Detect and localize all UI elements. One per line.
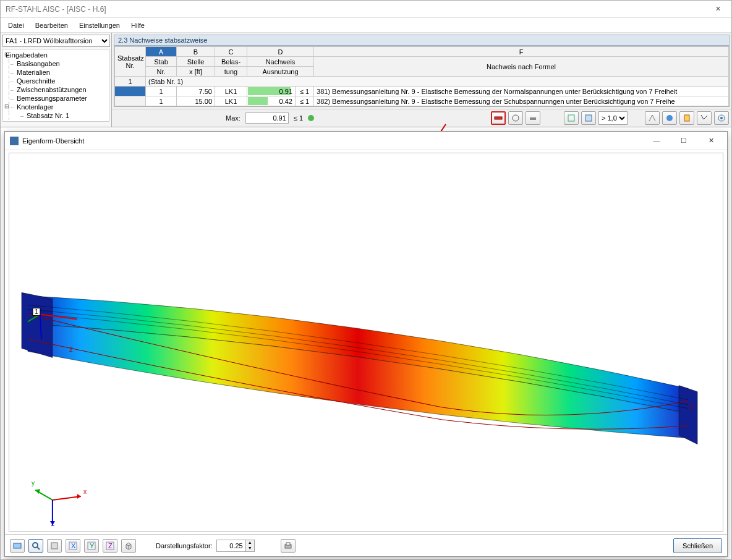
col-letter-f[interactable]: F xyxy=(314,47,729,57)
magnifier-icon xyxy=(32,541,40,550)
col-x[interactable]: x [ft] xyxy=(177,67,215,77)
axis-y-label: y xyxy=(32,480,35,486)
viewport-3d[interactable]: 1 2 2 x y z xyxy=(9,153,723,532)
tool-button-6[interactable] xyxy=(662,111,677,125)
tree-item-knotenlager[interactable]: Knotenlager xyxy=(3,103,109,111)
table-row[interactable]: 1 7.50 LK1 0.91 ≤ 1 381) Bemessungsanlei… xyxy=(115,87,729,96)
view-y-button[interactable]: Y xyxy=(84,539,99,553)
tree-item-materialien[interactable]: Materialien xyxy=(3,68,109,77)
load-case-select[interactable]: FA1 - LRFD Wölbkrafttorsion xyxy=(2,35,110,47)
printer-icon xyxy=(284,541,292,550)
svg-text:2: 2 xyxy=(69,346,73,353)
col-formel[interactable]: Nachweis nach Formel xyxy=(314,57,729,77)
menu-edit[interactable]: Bearbeiten xyxy=(30,20,73,30)
tool-button-3[interactable] xyxy=(564,111,579,125)
svg-line-25 xyxy=(37,547,40,549)
svg-rect-2 xyxy=(530,117,536,120)
menubar: Datei Bearbeiten Einstellungen Hilfe xyxy=(1,18,731,33)
close-icon[interactable]: ✕ xyxy=(704,1,731,18)
section-header: 2.3 Nachweise stabsatzweise xyxy=(114,35,730,46)
svg-rect-26 xyxy=(51,543,57,549)
dialog-title: Eigenform-Übersicht xyxy=(22,137,84,145)
table-row[interactable]: 1 15.00 LK1 0.42 ≤ 1 382) Bemessungsanle… xyxy=(115,96,729,106)
dialog-footer: X Y Z Darstellungsfaktor: ▲▼ Schließen xyxy=(5,534,727,556)
max-value-input[interactable] xyxy=(245,112,289,124)
axis-z-label: z xyxy=(51,520,54,527)
tree-item-basisangaben[interactable]: Basisangaben xyxy=(3,59,109,68)
beam-icon xyxy=(494,114,503,122)
tree-root[interactable]: Eingabedaten xyxy=(3,51,109,59)
menu-file[interactable]: Datei xyxy=(3,20,29,30)
tree-item-stabsatz1[interactable]: Stabsatz Nr. 1 xyxy=(3,111,109,120)
col-letter-c[interactable]: C xyxy=(215,47,247,57)
svg-point-5 xyxy=(666,115,673,121)
col-stab[interactable]: Stab xyxy=(146,57,177,67)
tool-button-8[interactable] xyxy=(697,111,712,125)
tool-button-5[interactable] xyxy=(645,111,660,125)
col-letter-d[interactable]: D xyxy=(247,47,314,57)
svg-rect-23 xyxy=(14,543,21,548)
factor-label: Darstellungsfaktor: xyxy=(156,542,213,549)
minimize-icon[interactable]: — xyxy=(643,132,670,150)
svg-rect-6 xyxy=(684,115,689,121)
tree-item-zwischenabstuetzungen[interactable]: Zwischenabstützungen xyxy=(3,85,109,94)
view-z-button[interactable]: Z xyxy=(103,539,117,553)
tool-button-4[interactable] xyxy=(581,111,596,125)
max-compare: ≤ 1 xyxy=(291,114,305,122)
col-letter-a[interactable]: A xyxy=(146,47,177,57)
status-ok-icon xyxy=(308,115,314,121)
col-belas[interactable]: Belas- xyxy=(215,57,247,67)
ratio-filter-select[interactable]: > 1,0 xyxy=(598,111,628,125)
tree-item-bemessungsparameter[interactable]: Bemessungsparameter xyxy=(3,94,109,103)
tool-button-7[interactable] xyxy=(679,111,694,125)
close-icon[interactable]: ✕ xyxy=(697,132,725,150)
col-stabsatz-nr[interactable]: StabsatzNr. xyxy=(115,47,146,77)
close-button[interactable]: Schließen xyxy=(673,538,722,553)
max-label: Max: xyxy=(226,114,240,122)
content-top: FA1 - LRFD Wölbkrafttorsion Eingabedaten… xyxy=(1,33,731,127)
mode-shape-button[interactable] xyxy=(491,111,506,125)
spin-up[interactable]: ▲ xyxy=(245,540,254,546)
col-ausnutzung[interactable]: Ausnutzung xyxy=(247,67,314,77)
factor-input[interactable] xyxy=(217,540,245,551)
grid: StabsatzNr. A B C D F Stab Stelle Belas-… xyxy=(114,46,730,107)
col-stelle[interactable]: Stelle xyxy=(177,57,215,67)
col-tung[interactable]: tung xyxy=(215,67,247,77)
col-letter-b[interactable]: B xyxy=(177,47,215,57)
svg-rect-4 xyxy=(585,115,592,121)
svg-text:1: 1 xyxy=(35,308,38,315)
zoom-button[interactable] xyxy=(28,539,43,553)
tool-button-2[interactable] xyxy=(526,111,540,125)
cube-icon xyxy=(124,541,133,550)
view-iso-button[interactable] xyxy=(121,539,136,553)
eigenform-dialog: Eigenform-Übersicht — ☐ ✕ xyxy=(4,131,728,557)
svg-text:X: X xyxy=(71,542,76,549)
tool-button-1[interactable] xyxy=(508,111,523,125)
svg-rect-3 xyxy=(568,115,574,121)
tree-item-querschnitte[interactable]: Querschnitte xyxy=(3,77,109,85)
svg-marker-18 xyxy=(77,494,81,499)
svg-text:Y: Y xyxy=(90,542,95,549)
spin-down[interactable]: ▼ xyxy=(245,546,254,551)
view-x-button[interactable]: X xyxy=(66,539,80,553)
menu-settings[interactable]: Einstellungen xyxy=(74,20,125,30)
print-button[interactable] xyxy=(281,539,296,553)
svg-text:Z: Z xyxy=(108,542,113,549)
table-group-row[interactable]: 1 (Stab Nr. 1) xyxy=(115,77,729,87)
factor-spinner[interactable]: ▲▼ xyxy=(216,540,255,552)
nav-tree: Eingabedaten Basisangaben Materialien Qu… xyxy=(2,49,109,122)
maximize-icon[interactable]: ☐ xyxy=(670,132,697,150)
view-button-1[interactable] xyxy=(10,539,25,553)
nav-panel: FA1 - LRFD Wölbkrafttorsion Eingabedaten… xyxy=(1,33,112,127)
svg-text:2: 2 xyxy=(689,402,693,410)
tool-button-9[interactable] xyxy=(714,111,729,125)
beam-render: 1 2 2 xyxy=(9,153,723,531)
menu-help[interactable]: Hilfe xyxy=(126,20,150,30)
col-nr2[interactable]: Nr. xyxy=(146,67,177,77)
right-panel: 2.3 Nachweise stabsatzweise StabsatzNr. … xyxy=(112,33,731,127)
axis-x-label: x xyxy=(83,488,87,495)
dialog-titlebar: Eigenform-Übersicht — ☐ ✕ xyxy=(5,132,727,150)
view-button-2[interactable] xyxy=(47,539,62,553)
window-title: RF-STAHL AISC - [AISC - H.6] xyxy=(6,5,106,14)
col-nachweis[interactable]: Nachweis xyxy=(247,57,314,67)
